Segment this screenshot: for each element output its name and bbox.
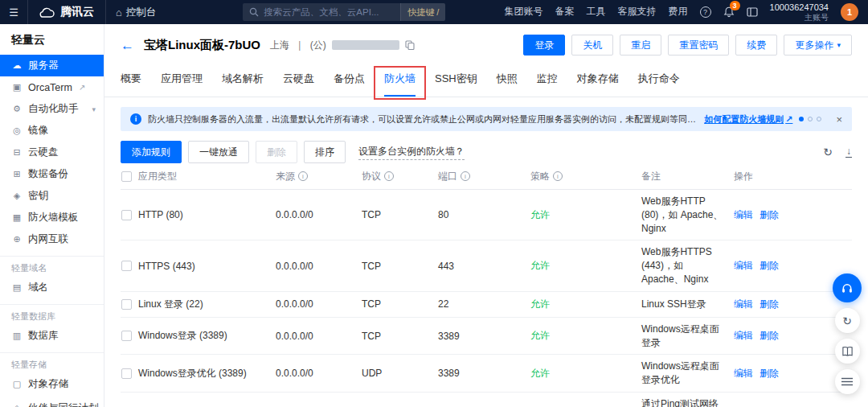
- carousel-dot-2[interactable]: [808, 117, 813, 121]
- tab-备份点[interactable]: 备份点: [334, 72, 365, 97]
- carousel-dot-1[interactable]: [799, 117, 804, 121]
- edit-link[interactable]: 编辑: [734, 208, 753, 222]
- customer-service-button[interactable]: [833, 273, 862, 302]
- edit-link[interactable]: 编辑: [734, 329, 753, 343]
- sidebar-item-database[interactable]: ▥数据库: [0, 325, 104, 347]
- survey-button[interactable]: [835, 369, 860, 394]
- column-header-label: 操作: [734, 170, 753, 183]
- sidebar-section-label: 轻量数据库: [0, 304, 104, 325]
- allow-all-button[interactable]: 一键放通: [188, 141, 249, 163]
- cell-note: Windows远程桌面登录优化: [641, 360, 734, 387]
- back-button[interactable]: ←: [121, 39, 134, 52]
- more-actions-button[interactable]: 更多操作 ▾: [784, 35, 852, 56]
- delete-link[interactable]: 删除: [760, 259, 779, 273]
- notifications-button[interactable]: 3: [723, 6, 735, 18]
- sidebar-item-server[interactable]: ☁服务器: [0, 55, 104, 76]
- sidebar-item-orcaterm[interactable]: ▣OrcaTerm↗: [0, 76, 104, 98]
- row-checkbox[interactable]: [121, 210, 132, 220]
- tab-执行命令[interactable]: 执行命令: [638, 72, 680, 97]
- edit-link[interactable]: 编辑: [734, 367, 753, 380]
- image-icon: ◎: [11, 125, 23, 136]
- sidebar-item-data-backup[interactable]: ⊞数据备份: [0, 163, 104, 185]
- renew-button[interactable]: 续费: [735, 35, 777, 56]
- select-all-checkbox[interactable]: [121, 171, 132, 182]
- refresh-button[interactable]: ↻: [823, 146, 833, 158]
- row-actions: 编辑删除: [734, 208, 852, 222]
- row-checkbox[interactable]: [121, 331, 132, 341]
- delete-link[interactable]: 删除: [760, 298, 779, 311]
- sidebar-item-ssh-keys[interactable]: ◈密钥: [0, 185, 104, 207]
- sidebar-item-object-storage[interactable]: ▢对象存储: [0, 373, 104, 395]
- edit-link[interactable]: 编辑: [734, 298, 753, 311]
- topbar-menu-item-3[interactable]: 工具: [587, 5, 606, 18]
- sidebar-item-label: 镜像: [28, 124, 48, 138]
- sidebar-item-automation-assistant[interactable]: ⚙自动化助手▾: [0, 98, 104, 120]
- copy-button[interactable]: [405, 40, 415, 50]
- tab-监控[interactable]: 监控: [537, 72, 558, 97]
- sidebar-item-firewall-templates[interactable]: ▦防火墙模板: [0, 207, 104, 228]
- login-button[interactable]: 登录: [523, 35, 565, 56]
- key-icon: ◈: [11, 191, 23, 201]
- delete-link[interactable]: 删除: [760, 367, 779, 380]
- edit-link[interactable]: 编辑: [734, 259, 753, 273]
- row-checkbox[interactable]: [121, 261, 132, 271]
- help-icon[interactable]: ?: [700, 6, 711, 18]
- cell-port: 443: [438, 261, 530, 272]
- workspace-button[interactable]: [747, 7, 758, 17]
- restart-button[interactable]: 重启: [620, 35, 661, 56]
- external-link-icon: ↗: [785, 114, 792, 125]
- sort-button[interactable]: 排序: [304, 141, 346, 163]
- topbar-menu-item-1[interactable]: 集团账号: [505, 5, 543, 18]
- delete-button[interactable]: 删除: [256, 141, 297, 163]
- row-checkbox[interactable]: [121, 299, 132, 310]
- tab-应用管理[interactable]: 应用管理: [161, 72, 203, 97]
- topbar-menu-item-5[interactable]: 费用: [669, 5, 688, 18]
- tab-概要[interactable]: 概要: [121, 72, 141, 97]
- firewall-docs-link[interactable]: 如何配置防火墙规则 ↗: [704, 113, 792, 125]
- terminal-icon: ▣: [11, 82, 23, 92]
- reset-password-button[interactable]: 重置密码: [668, 35, 729, 56]
- download-button[interactable]: ↓: [845, 146, 852, 158]
- add-rule-button[interactable]: 添加规则: [121, 141, 182, 163]
- menu-toggle-button[interactable]: ☰: [0, 0, 27, 24]
- info-icon[interactable]: i: [461, 171, 470, 181]
- delete-link[interactable]: 删除: [760, 208, 779, 222]
- multi-instance-firewall-link[interactable]: 设置多台实例的防火墙？: [358, 145, 465, 160]
- avatar[interactable]: 1: [841, 3, 858, 21]
- console-home-link[interactable]: ⌂ 控制台: [106, 6, 166, 19]
- sidebar-item-partner-program[interactable]: ◇ 伙伴与同行计划 ↗: [0, 397, 104, 407]
- docs-button[interactable]: [835, 339, 860, 364]
- tab-云硬盘[interactable]: 云硬盘: [283, 72, 314, 97]
- header-actions: 登录 关机重启重置密码续费 更多操作 ▾: [523, 35, 852, 56]
- column-header-label: 协议: [362, 170, 381, 183]
- tab-对象存储[interactable]: 对象存储: [577, 72, 619, 97]
- topbar-menu-item-2[interactable]: 备案: [555, 5, 575, 18]
- tab-域名解析[interactable]: 域名解析: [222, 72, 264, 97]
- cell-protocol: UDP: [362, 368, 438, 379]
- notification-badge: 3: [730, 1, 740, 10]
- sidebar-item-domains[interactable]: ▤域名: [0, 277, 104, 298]
- feedback-button[interactable]: ↻: [835, 308, 860, 333]
- column-header-label: 策略: [530, 170, 550, 183]
- info-icon[interactable]: i: [384, 171, 394, 181]
- row-checkbox[interactable]: [121, 368, 132, 379]
- sidebar-item-vpc-interconnect[interactable]: ⊕内网互联: [0, 228, 104, 250]
- topbar-right: 集团账号备案工具客服支持费用 ? 3 100036247034 主账号 1: [505, 2, 868, 22]
- tab-SSH密钥[interactable]: SSH密钥: [435, 72, 477, 97]
- delete-link[interactable]: 删除: [760, 329, 779, 343]
- shutdown-button[interactable]: 关机: [571, 35, 613, 56]
- tab-防火墙[interactable]: 防火墙: [384, 72, 416, 97]
- tab-快照[interactable]: 快照: [497, 72, 518, 97]
- tencent-cloud-logo[interactable]: 腾讯云: [28, 5, 105, 19]
- info-icon[interactable]: i: [553, 171, 563, 181]
- account-info[interactable]: 100036247034 主账号: [770, 2, 829, 22]
- global-search-input[interactable]: 搜索云产品、文档、云API... 快捷键 /: [243, 3, 445, 21]
- carousel-dot-3[interactable]: [817, 117, 821, 121]
- search-placeholder: 搜索云产品、文档、云API...: [264, 6, 400, 18]
- banner-close-button[interactable]: ×: [836, 114, 842, 125]
- topbar-menu-item-4[interactable]: 客服支持: [618, 5, 657, 18]
- sidebar-item-images[interactable]: ◎镜像: [0, 120, 104, 142]
- info-icon[interactable]: i: [298, 171, 308, 181]
- sidebar-item-cloud-disk[interactable]: ⊟云硬盘: [0, 142, 104, 163]
- sidebar-section-label: 轻量域名: [0, 256, 104, 277]
